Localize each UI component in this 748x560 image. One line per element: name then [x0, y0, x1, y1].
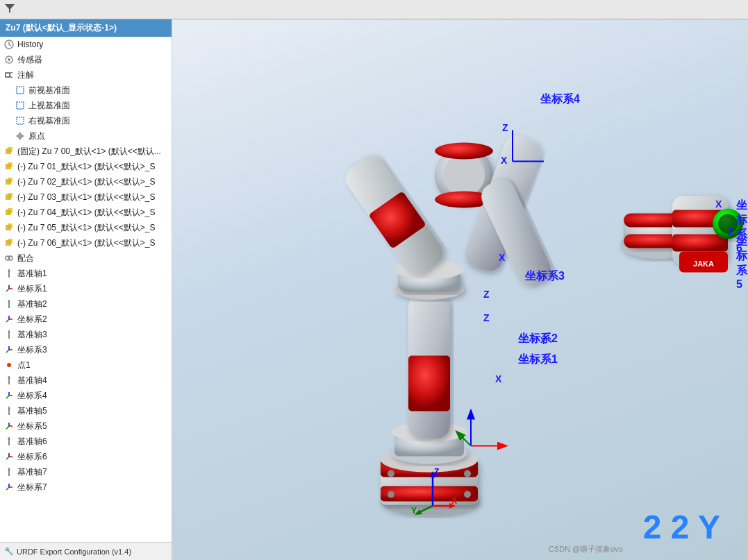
tree-icon-axis6: [3, 435, 15, 448]
top-bar: [0, 0, 748, 19]
tree-item-origin[interactable]: 原点: [0, 128, 172, 144]
tree-icon-part3: [3, 191, 15, 203]
svg-point-85: [443, 155, 485, 196]
svg-rect-78: [408, 356, 450, 411]
svg-point-3: [8, 58, 10, 61]
tree-label-part0: (固定) Zu 7 00_默认<1> (默认<<默认...: [17, 146, 161, 158]
assembly-title: Zu7 (默认<默认_显示状态-1>): [0, 19, 172, 37]
svg-point-97: [718, 214, 738, 234]
svg-rect-9: [17, 117, 24, 124]
tree-label-axis5: 基准轴5: [17, 405, 47, 417]
tree-item-axis5[interactable]: 基准轴5: [0, 403, 172, 418]
tree-item-coord3[interactable]: 坐标系3: [0, 342, 172, 357]
svg-text:Y: Y: [411, 506, 417, 516]
svg-point-28: [8, 256, 13, 260]
tree-item-part0[interactable]: (固定) Zu 7 00_默认<1> (默认<<默认...: [0, 144, 172, 159]
svg-rect-14: [8, 147, 13, 152]
tree-label-history: History: [17, 40, 43, 49]
urdf-icon: 🔧: [4, 547, 14, 556]
tree-item-axis1[interactable]: 基准轴1: [0, 266, 172, 281]
tree-item-coord5[interactable]: 坐标系5: [0, 418, 172, 434]
tree-item-history[interactable]: History: [0, 37, 172, 52]
svg-line-64: [6, 487, 9, 490]
tree-icon-coord7: [3, 481, 15, 493]
filter-icon[interactable]: [4, 3, 15, 16]
tree-icon-right-plane: [14, 114, 26, 127]
tree-icon-axis3: [3, 328, 15, 341]
tree-item-coord4[interactable]: 坐标系4: [0, 388, 172, 403]
tree-item-part3[interactable]: (-) Zu 7 03_默认<1> (默认<<默认>_S: [0, 189, 172, 205]
urdf-export-label[interactable]: URDF Export Configuration (v1.4): [17, 548, 131, 556]
svg-rect-20: [8, 193, 13, 198]
svg-point-73: [464, 470, 471, 477]
feature-tree-panel: Zu7 (默认<默认_显示状态-1>) History传感器注解前视基准面上视基…: [0, 19, 172, 560]
tree-item-axis6[interactable]: 基准轴6: [0, 434, 172, 449]
tree-label-coord6: 坐标系6: [17, 451, 47, 463]
tree-item-annotation[interactable]: 注解: [0, 67, 172, 83]
tree-icon-part4: [3, 206, 15, 219]
tree-label-part6: (-) Zu 7 06_默认<1> (默认<<默认>_S: [17, 237, 155, 249]
tree-label-part1: (-) Zu 7 01_默认<1> (默认<<默认>_S: [17, 161, 155, 173]
svg-line-49: [6, 396, 9, 398]
sidebar-footer[interactable]: 🔧 URDF Export Configuration (v1.4): [0, 542, 172, 560]
svg-rect-16: [8, 162, 13, 167]
tree-icon-coord5: [3, 420, 15, 432]
tree-item-axis3[interactable]: 基准轴3: [0, 327, 172, 342]
svg-point-86: [435, 143, 493, 160]
tree-icon-part1: [3, 160, 15, 173]
tree-item-part2[interactable]: (-) Zu 7 02_默认<1> (默认<<默认>_S: [0, 174, 172, 189]
tree-icon-coord2: [3, 313, 15, 325]
tree-item-coord1[interactable]: 坐标系1: [0, 281, 172, 296]
tree-label-coord3: 坐标系3: [17, 344, 47, 356]
tree-item-axis7[interactable]: 基准轴7: [0, 464, 172, 480]
tree-label-front-plane: 前视基准面: [28, 85, 70, 96]
tree-icon-coord6: [3, 450, 15, 463]
svg-line-33: [6, 289, 9, 291]
tree-icon-origin: [14, 130, 26, 142]
tree-item-mate[interactable]: 配合: [0, 251, 172, 266]
tree-item-point1[interactable]: 点1: [0, 357, 172, 373]
tree-icon-front-plane: [14, 84, 26, 96]
svg-marker-35: [8, 300, 10, 303]
svg-line-38: [6, 319, 9, 322]
tree-item-part5[interactable]: (-) Zu 7 05_默认<1> (默认<<默认>_S: [0, 220, 172, 235]
tree-item-coord6[interactable]: 坐标系6: [0, 449, 172, 464]
tree-icon-axis7: [3, 466, 15, 478]
orientation-triad: Z X Y: [408, 468, 457, 518]
tree-item-part6[interactable]: (-) Zu 7 06_默认<1> (默认<<默认>_S: [0, 235, 172, 251]
tree-icon-part5: [3, 221, 15, 234]
tree-icon-axis5: [3, 405, 15, 417]
tree-item-front-plane[interactable]: 前视基准面: [0, 83, 172, 98]
tree-icon-annotation: [3, 69, 15, 81]
svg-point-44: [7, 363, 11, 367]
tree-label-coord2: 坐标系2: [17, 314, 47, 325]
tree-item-part4[interactable]: (-) Zu 7 04_默认<1> (默认<<默认>_S: [0, 205, 172, 220]
svg-rect-26: [8, 239, 13, 244]
tree-label-sensor: 传感器: [17, 54, 42, 66]
tree-label-part3: (-) Zu 7 03_默认<1> (默认<<默认>_S: [17, 192, 155, 203]
svg-line-59: [6, 457, 9, 459]
tree-label-point1: 点1: [17, 359, 31, 371]
svg-marker-4: [6, 73, 10, 77]
csdn-label: CSDN @嚼子摸象ovo: [549, 544, 623, 554]
watermark-text: 2 2 Y: [643, 508, 720, 546]
tree-item-sensor[interactable]: 传感器: [0, 52, 172, 67]
svg-marker-56: [8, 437, 10, 440]
tree-label-origin: 原点: [28, 130, 45, 142]
tree-item-axis2[interactable]: 基准轴2: [0, 296, 172, 312]
tree-icon-part6: [3, 237, 15, 249]
robot-arm-svg: JAKA: [172, 19, 748, 560]
svg-marker-61: [8, 468, 10, 470]
tree-item-right-plane[interactable]: 右视基准面: [0, 113, 172, 128]
tree-item-top-plane[interactable]: 上视基准面: [0, 98, 172, 113]
tree-item-part1[interactable]: (-) Zu 7 01_默认<1> (默认<<默认>_S: [0, 159, 172, 174]
tree-icon-part0: [3, 145, 15, 158]
tree-item-coord7[interactable]: 坐标系7: [0, 480, 172, 495]
svg-rect-18: [8, 178, 13, 183]
tree-label-right-plane: 右视基准面: [28, 115, 70, 127]
tree-icon-top-plane: [14, 99, 26, 112]
tree-label-annotation: 注解: [17, 69, 34, 81]
3d-viewport[interactable]: JAKA: [172, 19, 748, 560]
tree-item-axis4[interactable]: 基准轴4: [0, 373, 172, 388]
tree-item-coord2[interactable]: 坐标系2: [0, 312, 172, 327]
